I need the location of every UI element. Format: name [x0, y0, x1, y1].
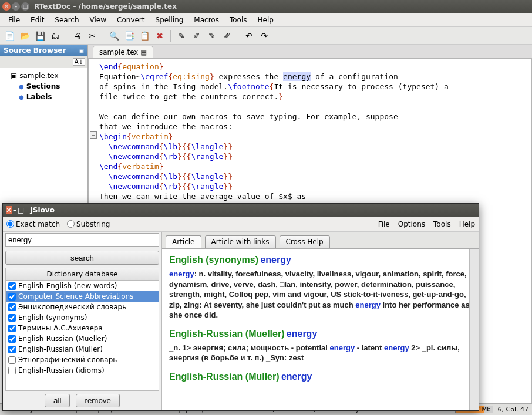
db-checkbox[interactable] — [8, 367, 16, 374]
db-row[interactable]: English-English (new words) — [6, 281, 159, 291]
jslovo-minimize-button[interactable]: – — [13, 206, 16, 214]
db-checkbox[interactable] — [8, 325, 16, 332]
tree-sections[interactable]: ●Sections — [2, 81, 85, 92]
jslovo-menu-help[interactable]: Help — [459, 220, 475, 228]
menu-spelling[interactable]: Spelling — [151, 14, 188, 26]
jslovo-menu-options[interactable]: Options — [398, 220, 425, 228]
sidebar-header: Source Browser ▣ — [0, 45, 87, 56]
db-checkbox[interactable] — [8, 303, 16, 311]
save-icon[interactable]: 💾 — [34, 30, 46, 42]
all-button[interactable]: all — [45, 394, 70, 407]
toolbar: 📄 📂 💾 🗂 🖨 ✂ 🔍 📑 📋 ✖ ✎ ✐ ✎ ✐ ↶ ↷ — [0, 27, 532, 45]
tree-labels[interactable]: ●Labels — [2, 92, 85, 102]
db-row[interactable]: English-Russian (Mueller) — [6, 333, 159, 344]
tab-article-links[interactable]: Article with links — [205, 235, 276, 248]
jslovo-titlebar: ✕ – □ JSlovo — [3, 204, 479, 217]
radio-substring[interactable]: Substring — [67, 220, 110, 228]
open-file-icon[interactable]: 📂 — [19, 30, 31, 42]
menubar: File Edit Search View Convert Spelling M… — [0, 13, 532, 27]
jslovo-close-button[interactable]: ✕ — [6, 206, 12, 214]
tab-cross-help[interactable]: Cross Help — [280, 235, 330, 248]
jslovo-maximize-button[interactable]: □ — [18, 206, 24, 214]
article-content[interactable]: English (synonyms) energyenergy: n. vita… — [162, 248, 479, 410]
wand4-icon[interactable]: ✐ — [221, 30, 233, 42]
menu-view[interactable]: View — [85, 14, 111, 26]
menu-edit[interactable]: Edit — [26, 14, 49, 26]
remove-button[interactable]: remove — [76, 394, 119, 407]
menu-tools[interactable]: Tools — [225, 14, 252, 26]
wand2-icon[interactable]: ✐ — [191, 30, 203, 42]
window-titlebar: ✕ – □ RTextDoc - /home/sergei/sample.tex — [0, 0, 532, 13]
sidebar-close-icon[interactable]: ▣ — [79, 48, 84, 54]
radio-exact-match[interactable]: Exact match — [6, 220, 60, 228]
db-checkbox[interactable] — [8, 356, 16, 364]
db-header[interactable]: Dictionary database — [5, 268, 159, 281]
tree-file-node[interactable]: ▣ sample.tex — [2, 70, 85, 81]
jslovo-menu-file[interactable]: File — [378, 220, 390, 228]
tab-article[interactable]: Article — [166, 235, 201, 248]
db-row[interactable]: English (synonyms) — [6, 312, 159, 323]
sidebar-toolbar: A↓ — [0, 56, 87, 68]
copy-icon[interactable]: 📑 — [123, 30, 135, 42]
window-title: RTextDoc - /home/sergei/sample.tex — [34, 2, 177, 11]
menu-file[interactable]: File — [4, 14, 25, 26]
db-checkbox[interactable] — [8, 282, 16, 290]
scrollbar[interactable] — [469, 249, 479, 410]
sort-az-icon[interactable]: A↓ — [73, 58, 85, 66]
db-checkbox[interactable] — [8, 346, 16, 353]
query-input[interactable] — [5, 233, 159, 247]
db-row[interactable]: English-Russian (Muller) — [6, 344, 159, 355]
wand1-icon[interactable]: ✎ — [176, 30, 187, 42]
redo-icon[interactable]: ↷ — [258, 30, 270, 42]
delete-icon[interactable]: ✖ — [154, 30, 166, 42]
menu-convert[interactable]: Convert — [112, 14, 149, 26]
find-icon[interactable]: 🔍 — [108, 30, 120, 42]
search-button[interactable]: search — [5, 251, 159, 265]
menu-help[interactable]: Help — [253, 14, 278, 26]
editor-tab-sample[interactable]: sample.tex ▤ — [93, 46, 153, 58]
db-checkbox[interactable] — [8, 335, 16, 343]
db-row[interactable]: Этнографический словарь — [6, 355, 159, 365]
wand3-icon[interactable]: ✎ — [206, 30, 218, 42]
save-all-icon[interactable]: 🗂 — [49, 30, 61, 42]
cursor-position: 6, Col. 47 — [498, 406, 528, 413]
db-checkbox[interactable] — [8, 314, 16, 322]
db-checkbox[interactable] — [8, 293, 16, 301]
print-icon[interactable]: 🖨 — [71, 30, 83, 42]
db-row[interactable]: Computer Science Abbreviations — [6, 291, 159, 302]
db-row[interactable]: Энциклопедический словарь — [6, 302, 159, 312]
new-file-icon[interactable]: 📄 — [4, 30, 15, 42]
jslovo-menu-tools[interactable]: Tools — [433, 220, 451, 228]
menu-search[interactable]: Search — [50, 14, 83, 26]
document-icon: ▤ — [140, 49, 146, 56]
minimize-window-button[interactable]: – — [12, 2, 20, 11]
jslovo-window: ✕ – □ JSlovo Exact match Substring File … — [2, 203, 479, 411]
db-row[interactable]: English-Russian (idioms) — [6, 365, 159, 376]
close-window-button[interactable]: ✕ — [2, 2, 11, 11]
db-list[interactable]: English-English (new words)Computer Scie… — [5, 281, 159, 391]
undo-icon[interactable]: ↶ — [243, 30, 255, 42]
menu-macros[interactable]: Macros — [189, 14, 224, 26]
cut-icon[interactable]: ✂ — [86, 30, 98, 42]
maximize-window-button[interactable]: □ — [21, 2, 29, 11]
paste-icon[interactable]: 📋 — [139, 30, 150, 42]
db-row[interactable]: Термины А.С.Ахиезера — [6, 323, 159, 333]
